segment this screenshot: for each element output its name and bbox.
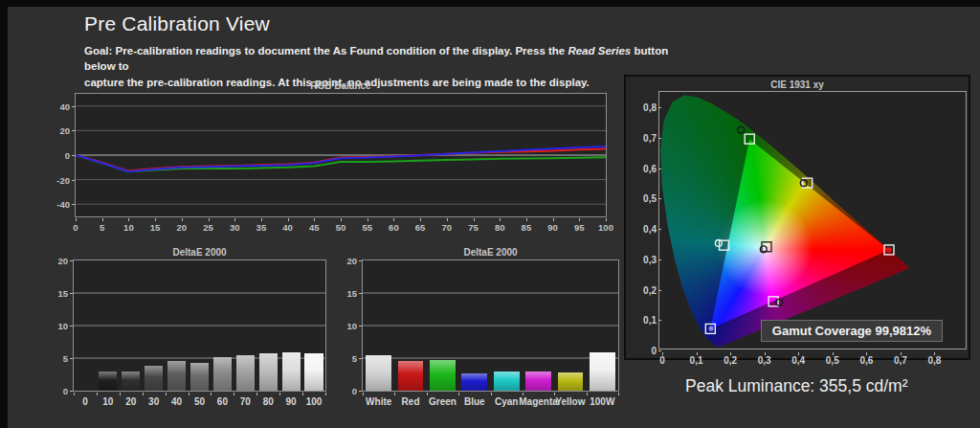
x-axis-label: 55 <box>362 222 372 233</box>
x-axis-label: 15 <box>150 222 161 233</box>
cie-y-label: 0 <box>651 346 657 356</box>
cie-y-tick <box>658 350 661 351</box>
goal-read-series: Read Series <box>568 45 631 56</box>
x-axis-tick <box>587 393 588 395</box>
x-axis-tick <box>74 393 75 395</box>
y-axis-tick <box>359 326 362 327</box>
x-axis-tick <box>447 218 448 221</box>
x-axis-tick <box>314 218 315 221</box>
cie-x-label: 0,3 <box>758 355 771 366</box>
deltae-bar-20 <box>122 372 140 391</box>
x-axis-tick <box>474 218 475 221</box>
page-title: Pre Calibration View <box>84 12 697 35</box>
y-axis-tick <box>70 391 73 392</box>
y-axis-label: 0 <box>63 386 68 396</box>
y-axis-label: 15 <box>57 288 68 299</box>
cie-x-tick <box>798 352 799 355</box>
cie-x-label: 0,7 <box>894 355 907 366</box>
y-axis-tick <box>72 130 75 131</box>
y-axis-tick <box>70 293 73 294</box>
category-label: Red <box>402 396 420 407</box>
x-axis-tick <box>579 218 580 221</box>
x-axis-tick <box>420 218 421 221</box>
y-axis-tick <box>72 106 75 107</box>
x-axis-tick <box>363 393 364 395</box>
deltae-colors-chart: DeltaE 2000 05101520WhiteRedGreenBlueCya… <box>327 244 632 421</box>
deltae-bar-yellow <box>558 372 584 391</box>
x-axis-tick <box>341 218 342 221</box>
x-axis-tick <box>261 218 262 221</box>
cie-x-label: 0,1 <box>690 355 703 366</box>
cie-1931-plot: Gamut Coverage 99,9812% <box>658 91 967 349</box>
category-label: 60 <box>217 396 228 407</box>
cie-x-tick <box>765 352 766 355</box>
x-axis-tick <box>554 393 555 395</box>
series-red <box>76 149 606 171</box>
category-label: 100 <box>306 396 323 407</box>
category-label: 50 <box>194 396 205 407</box>
category-label: 80 <box>263 396 274 407</box>
x-axis-tick <box>234 393 234 395</box>
y-axis-label: 20 <box>57 256 68 266</box>
cie-x-tick <box>866 352 867 355</box>
cie-1931-panel: CIE 1931 xy Gamut Coverage 99,9812% 00,1… <box>624 75 970 360</box>
y-axis-label: 5 <box>63 353 68 364</box>
cie-x-tick <box>697 352 698 355</box>
cie-x-label: 0 <box>659 355 665 366</box>
header: Pre Calibration View Goal: Pre-calibrati… <box>84 12 697 90</box>
x-axis-label: 70 <box>442 222 453 233</box>
deltae-colors-plot <box>362 259 619 392</box>
category-label: 10 <box>102 396 113 407</box>
deltae-bar-blue <box>461 373 487 391</box>
deltae-bar-40 <box>167 361 186 391</box>
category-label: 30 <box>148 396 159 407</box>
y-axis-label: 40 <box>59 101 70 111</box>
y-axis-tick <box>72 204 75 205</box>
deltae-bar-10 <box>99 372 117 391</box>
category-label: Green <box>429 396 457 407</box>
x-axis-label: 90 <box>547 222 558 233</box>
x-axis-tick <box>500 218 501 221</box>
x-axis-tick <box>523 393 523 395</box>
x-axis-tick <box>394 393 395 395</box>
y-axis-label: 0 <box>352 386 357 396</box>
top-black-edge <box>0 0 980 7</box>
cie-1931-title: CIE 1931 xy <box>626 79 969 90</box>
cie-y-label: 0,2 <box>643 284 657 295</box>
y-axis-tick <box>359 391 362 392</box>
y-axis-label: 10 <box>346 321 357 331</box>
y-axis-tick <box>72 180 75 181</box>
x-axis-tick <box>182 218 183 221</box>
cie-y-tick <box>658 138 661 139</box>
rgb-balance-title: RGB Balance <box>75 80 607 91</box>
y-axis-tick <box>359 293 362 294</box>
x-axis-tick <box>76 218 77 221</box>
cie-y-label: 0,8 <box>643 102 657 113</box>
rgb-balance-chart: RGB Balance 40200-20-4005101520253035404… <box>42 79 616 235</box>
y-axis-tick <box>72 155 75 156</box>
cie-y-label: 0,5 <box>643 193 657 204</box>
gamut-coverage-badge: Gamut Coverage 99,9812% <box>761 320 943 342</box>
x-axis-tick <box>234 218 235 221</box>
x-axis-tick <box>97 393 98 395</box>
x-axis-tick <box>458 393 459 395</box>
x-axis-label: 45 <box>309 222 320 233</box>
deltae-grayscale-chart: DeltaE 2000 0510152001020304050607080901… <box>38 244 337 421</box>
deltae-bar-100w <box>590 352 615 391</box>
deltae-colors-title: DeltaE 2000 <box>362 247 619 258</box>
x-axis-tick <box>606 218 607 221</box>
x-axis-label: 80 <box>495 222 505 233</box>
x-axis-tick <box>491 393 492 395</box>
cie-y-tick <box>658 320 661 321</box>
category-label: Blue <box>464 396 485 407</box>
x-axis-tick <box>279 393 280 395</box>
cie-overlay-canvas <box>659 92 966 349</box>
x-axis-tick <box>128 218 129 221</box>
deltae-bar-red <box>398 361 424 391</box>
x-axis-tick <box>209 218 210 221</box>
x-axis-label: 85 <box>522 222 532 233</box>
x-axis-tick <box>166 393 167 395</box>
x-axis-tick <box>256 393 257 395</box>
y-axis-tick <box>70 326 73 327</box>
x-axis-tick <box>553 218 554 221</box>
